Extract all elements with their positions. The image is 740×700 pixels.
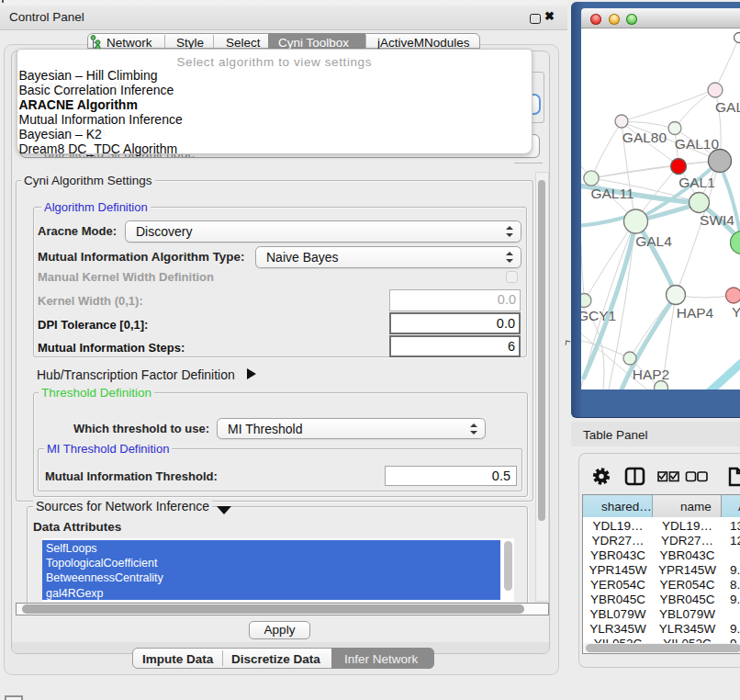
svg-text:GAL4: GAL4 — [635, 233, 672, 249]
svg-text:HAP4: HAP4 — [677, 305, 714, 321]
svg-text:HAP2: HAP2 — [633, 367, 670, 382]
svg-text:GAL11: GAL11 — [590, 186, 633, 201]
svg-text:GAL1: GAL1 — [678, 175, 715, 190]
svg-text:SWI4: SWI4 — [700, 212, 734, 228]
svg-text:Y: Y — [732, 304, 740, 320]
svg-text:GCY1: GCY1 — [581, 308, 616, 323]
svg-text:GAL80: GAL80 — [622, 130, 667, 145]
svg-text:GAL2: GAL2 — [715, 99, 740, 115]
svg-text:GAL10: GAL10 — [675, 136, 720, 152]
